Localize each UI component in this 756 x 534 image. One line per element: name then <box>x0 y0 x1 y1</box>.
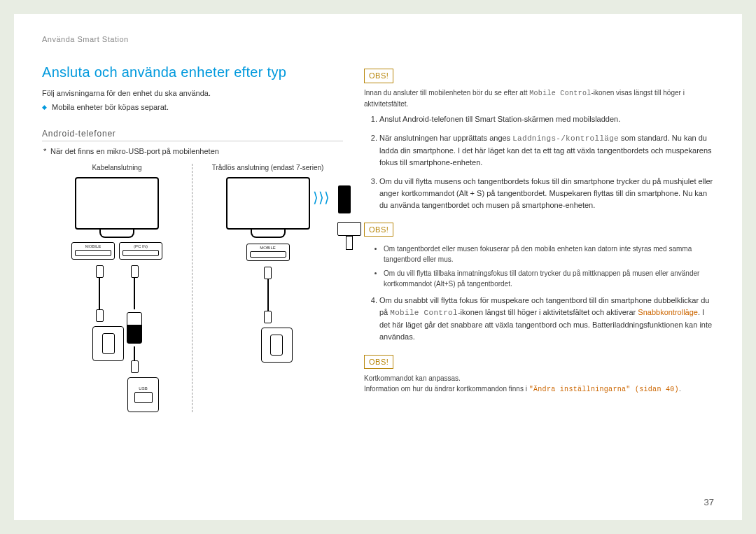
plug-icon <box>96 265 104 278</box>
port-pcin: (PC IN) <box>119 242 162 260</box>
cable-section: USB <box>42 265 192 412</box>
obs2-bullet1: Om tangentbordet eller musen fokuserar p… <box>384 244 714 265</box>
obs1-a: Innan du ansluter till mobilenheten bör … <box>364 89 529 97</box>
pc-tower-icon <box>346 236 353 250</box>
step-2: När anslutningen har upprättats anges La… <box>379 132 714 169</box>
obs-badge: OBS! <box>364 355 393 370</box>
obs3-a: Information om hur du ändrar kortkommand… <box>364 385 529 393</box>
breadcrumb: Använda Smart Station <box>42 35 714 43</box>
wireless-wrap: ⟩⟩⟩ <box>226 177 310 238</box>
purchase-note: Mobila enheter bör köpas separat. <box>42 103 343 111</box>
cable-left <box>92 265 106 412</box>
obs1-mobile-control: Mobile Control <box>529 90 591 97</box>
diagram-row: Kabelanslutning MOBILE (PC IN) <box>42 164 343 412</box>
obs3-line2: Information om hur du ändrar kortkommand… <box>364 384 714 395</box>
plug-icon <box>96 309 104 322</box>
cable-wireless <box>261 267 275 363</box>
step-3: Om du vill flytta musens och tangentbord… <box>379 176 714 211</box>
obs3-c: . <box>679 385 681 393</box>
obs3-line1: Kortkommandot kan anpassas. <box>364 373 714 384</box>
content-columns: Ansluta och använda enheter efter typ Fö… <box>42 64 714 412</box>
left-column: Ansluta och använda enheter efter typ Fö… <box>42 64 343 412</box>
wire-icon <box>134 278 135 309</box>
wire-icon <box>99 278 100 309</box>
port-row: MOBILE <box>192 244 343 261</box>
port-mobile: MOBILE <box>246 244 290 261</box>
step-4: Om du snabbt vill flytta fokus för muspe… <box>379 295 714 343</box>
port-slot-icon <box>122 250 159 256</box>
page-title: Ansluta och använda enheter efter typ <box>42 64 343 80</box>
right-column: OBS! Innan du ansluter till mobilenheten… <box>364 64 714 412</box>
wire-icon <box>134 346 135 360</box>
phone-box <box>261 328 293 363</box>
obs2-bullets: Om tangentbordet eller musen fokuserar p… <box>364 244 714 289</box>
phone-icon <box>270 335 283 356</box>
usb-adapter-icon <box>127 312 142 344</box>
cable-section <box>192 267 343 363</box>
intro-text: Följ anvisningarna för den enhet du ska … <box>42 89 343 97</box>
diagram-wireless: Trådlös anslutning (endast 7-serien) ⟩⟩⟩ <box>192 164 343 412</box>
obs-badge: OBS! <box>364 223 393 237</box>
usb-pc-box: USB <box>127 377 159 412</box>
port-mobile: MOBILE <box>71 242 115 260</box>
obs2-bullet2: Om du vill flytta tillbaka inmatningsfok… <box>384 268 714 289</box>
diagram-wired: Kabelanslutning MOBILE (PC IN) <box>42 164 192 412</box>
wifi-icon: ⟩⟩⟩ <box>313 189 330 206</box>
laptop-icon <box>134 392 153 403</box>
monitor-icon <box>75 177 159 230</box>
step-1: Anslut Android-telefonen till Smart Stat… <box>379 113 714 125</box>
port-slot-icon <box>75 250 111 256</box>
plug-icon <box>264 311 272 323</box>
plug-icon <box>264 267 272 279</box>
step4-mobile-control: Mobile Control <box>390 309 458 317</box>
plug-icon <box>131 360 139 373</box>
usb-label: USB <box>139 386 147 391</box>
monitor-stand-icon <box>251 230 286 238</box>
step2-a: När anslutningen har upprättats anges <box>379 134 512 142</box>
router-icon <box>338 185 351 213</box>
obs1-text: Innan du ansluter till mobilenheten bör … <box>364 87 714 109</box>
wire-icon <box>267 279 269 311</box>
step2-mode: Laddnings-/kontrolläge <box>512 134 619 143</box>
monitor-icon: ⟩⟩⟩ <box>226 177 310 230</box>
android-heading: Android-telefoner <box>42 129 343 141</box>
laptop-icon <box>337 222 361 236</box>
side-devices <box>337 220 361 251</box>
steps-list-cont: Om du snabbt vill flytta fokus för muspe… <box>364 295 714 343</box>
monitor-stand-icon <box>99 230 134 238</box>
obs3-link: "Ändra inställningarna" (sidan 40) <box>529 386 679 393</box>
diagram-wired-title: Kabelanslutning <box>42 164 192 171</box>
cable-right: USB <box>127 265 141 412</box>
document-page: Använda Smart Station Ansluta och använd… <box>14 14 742 520</box>
plug-icon <box>131 265 139 278</box>
port-mobile-label: MOBILE <box>75 244 111 248</box>
page-number: 37 <box>704 497 714 507</box>
port-pcin-label: (PC IN) <box>122 244 159 248</box>
usb-note: När det finns en mikro-USB-port på mobil… <box>42 147 343 155</box>
phone-icon <box>102 333 115 354</box>
port-row: MOBILE (PC IN) <box>42 242 192 260</box>
diagram-wireless-title: Trådlös anslutning (endast 7-serien) <box>192 164 343 171</box>
phone-box <box>92 326 124 361</box>
step4-c: -ikonen längst till höger i aktivitetsfä… <box>458 308 638 316</box>
step4-quickmode: Snabbkontrolläge <box>638 308 698 316</box>
port-slot-icon <box>250 251 286 258</box>
port-mobile-label: MOBILE <box>250 246 286 250</box>
steps-list: Anslut Android-telefonen till Smart Stat… <box>364 113 714 211</box>
obs-badge: OBS! <box>364 69 393 83</box>
